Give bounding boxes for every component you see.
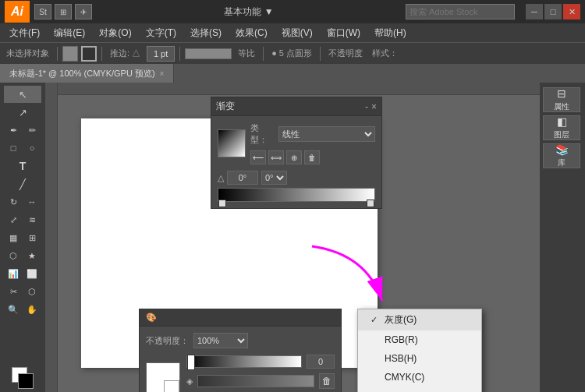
tool-slice[interactable]: ✂ xyxy=(5,283,23,300)
dropdown-item-gray[interactable]: ✓ 灰度(G) xyxy=(358,309,481,330)
gradient-preview[interactable] xyxy=(218,129,246,157)
position-bar[interactable] xyxy=(197,375,314,387)
color-preview-big[interactable] xyxy=(146,362,180,392)
no-selection-label: 未选择对象 xyxy=(3,48,52,59)
gradient-icons-row: ⟵ ⟺ ⊕ 🗑 xyxy=(250,150,375,164)
toolbar-divider-3 xyxy=(179,47,180,61)
menu-window[interactable]: 窗口(W) xyxy=(321,25,367,41)
position-row: ◈ 🗑 xyxy=(186,373,335,389)
layers-panel-btn[interactable]: ◧ 图层 xyxy=(543,115,580,140)
close-button[interactable]: ✕ xyxy=(563,4,580,19)
tool-line[interactable]: ╱ xyxy=(4,175,41,192)
menu-help[interactable]: 帮助(H) xyxy=(368,25,413,41)
stroke-pt-input[interactable] xyxy=(147,46,175,62)
gradient-stop-right[interactable] xyxy=(367,200,374,207)
stroke-preview xyxy=(185,48,232,59)
gradient-stop-left[interactable] xyxy=(218,200,226,207)
tool-reflect[interactable]: ↔ xyxy=(23,193,41,210)
stroke-pt-label: 推边: △ xyxy=(107,48,144,59)
tool-text[interactable]: T xyxy=(4,157,41,175)
dropdown-item-hsb[interactable]: HSB(H) xyxy=(358,349,481,368)
opacity-label: 不透明度 xyxy=(325,48,366,59)
color-value-input[interactable] xyxy=(307,355,335,369)
tool-pencil[interactable]: ✏ xyxy=(23,122,41,139)
menu-object[interactable]: 对象(O) xyxy=(93,25,137,41)
menu-edit[interactable]: 编辑(E) xyxy=(48,25,91,41)
circle-label: ● 5 点圆形 xyxy=(268,48,315,59)
tool-select[interactable]: ↖ xyxy=(4,86,41,103)
color-stop-header: 🎨 xyxy=(140,309,341,327)
dropdown-item-cmyk[interactable]: CMYK(C) xyxy=(358,368,481,387)
gradient-panel: 渐变 - × 类型： 线性 径向 xyxy=(211,97,382,209)
color-inner-swatch xyxy=(164,380,179,392)
gradient-icon-4[interactable]: 🗑 xyxy=(304,150,320,164)
tool-scale[interactable]: ⤢ xyxy=(5,211,23,228)
tool-ellipse[interactable]: ○ xyxy=(23,139,41,157)
gradient-panel-close[interactable]: × xyxy=(371,101,377,112)
opacity-row: 不透明度： 100% xyxy=(146,333,335,348)
style-label: 样式： xyxy=(369,48,401,59)
toolbar-divider-5 xyxy=(320,47,321,61)
tool-mesh[interactable]: ⊞ xyxy=(23,229,41,246)
dropdown-item-rgb[interactable]: RGB(R) xyxy=(358,330,481,349)
document-tab[interactable]: 未标题-1* @ 100% (CMYK/GPU 预览) × xyxy=(0,64,174,83)
layers-label: 图层 xyxy=(554,129,569,140)
stroke-black-swatch[interactable] xyxy=(18,373,34,389)
tool-gradient[interactable]: ▦ xyxy=(5,229,23,246)
library-panel-btn[interactable]: 📚 库 xyxy=(543,143,580,168)
angle-symbol: △ xyxy=(218,173,224,183)
ruler-vertical xyxy=(45,83,58,392)
stroke-equal-label: 等比 xyxy=(235,48,258,59)
icon-box-3[interactable]: ✈ xyxy=(75,4,92,19)
library-label: 库 xyxy=(558,157,566,168)
minimize-button[interactable]: ─ xyxy=(526,4,543,19)
stroke-color-swatch[interactable] xyxy=(81,46,97,62)
gradient-panel-minimize[interactable]: - xyxy=(365,101,368,112)
dropdown-item-websafe[interactable]: Web 安全 RGB(W) xyxy=(358,387,481,392)
color-stop-body: 不透明度： 100% xyxy=(140,327,341,392)
gradient-icon-2[interactable]: ⟺ xyxy=(268,150,284,164)
stock-search-input[interactable] xyxy=(406,4,515,19)
tool-symbol[interactable]: ★ xyxy=(23,247,41,264)
gradient-angle-input[interactable] xyxy=(227,171,258,185)
menu-effect[interactable]: 效果(C) xyxy=(229,25,274,41)
tool-zoom[interactable]: 🔍 xyxy=(5,301,23,318)
main-area: ↖ ↗ ✒ ✏ □ ○ T ╱ ↻ ↔ ⤢ ≋ ▦ ⊞ ⬡ ★ 📊 ⬜ xyxy=(0,83,585,392)
gradient-type-select[interactable]: 线性 径向 xyxy=(278,126,375,142)
menu-file[interactable]: 文件(F) xyxy=(3,25,46,41)
fill-color-swatch[interactable] xyxy=(62,46,78,62)
icon-box-1[interactable]: St xyxy=(34,4,51,19)
tool-eraser[interactable]: ⬡ xyxy=(23,283,41,300)
menu-view[interactable]: 视图(V) xyxy=(275,25,319,41)
tool-blend[interactable]: ⬡ xyxy=(5,247,23,264)
gradient-icon-3[interactable]: ⊕ xyxy=(286,150,302,164)
tool-warp[interactable]: ≋ xyxy=(23,211,41,228)
color-slider[interactable] xyxy=(186,355,302,368)
tool-pen[interactable]: ✒ xyxy=(5,122,23,139)
maximize-button[interactable]: □ xyxy=(544,4,562,19)
tool-rect[interactable]: □ xyxy=(5,139,23,157)
check-icon: ✓ xyxy=(370,315,380,325)
tool-direct-select[interactable]: ↗ xyxy=(4,104,41,121)
color-slider-thumb[interactable] xyxy=(187,355,195,370)
menu-text[interactable]: 文字(T) xyxy=(140,25,183,41)
gradient-panel-header: 渐变 - × xyxy=(211,97,381,116)
delete-stop-button[interactable]: 🗑 xyxy=(319,373,335,389)
dropdown-rgb-label: RGB(R) xyxy=(385,334,418,345)
gradient-icon-1[interactable]: ⟵ xyxy=(250,150,266,164)
right-panel: ⊟ 属性 ◧ 图层 📚 库 xyxy=(540,83,585,392)
tab-close-button[interactable]: × xyxy=(160,69,165,78)
properties-icon: ⊟ xyxy=(557,87,566,100)
tool-artboard[interactable]: ⬜ xyxy=(23,265,41,282)
workspace-label[interactable]: 基本功能 ▼ xyxy=(224,6,273,17)
icon-box-2[interactable]: ⊞ xyxy=(55,4,72,19)
position-label: ◈ xyxy=(186,376,193,387)
gradient-bar[interactable] xyxy=(218,188,375,202)
tool-column-chart[interactable]: 📊 xyxy=(5,265,23,282)
opacity-select[interactable]: 100% xyxy=(193,333,248,348)
properties-panel-btn[interactable]: ⊟ 属性 xyxy=(543,87,580,112)
menu-select[interactable]: 选择(S) xyxy=(184,25,228,41)
angle-select[interactable]: 0° xyxy=(261,171,287,185)
tool-rotate[interactable]: ↻ xyxy=(5,193,23,210)
tool-hand[interactable]: ✋ xyxy=(23,301,41,318)
